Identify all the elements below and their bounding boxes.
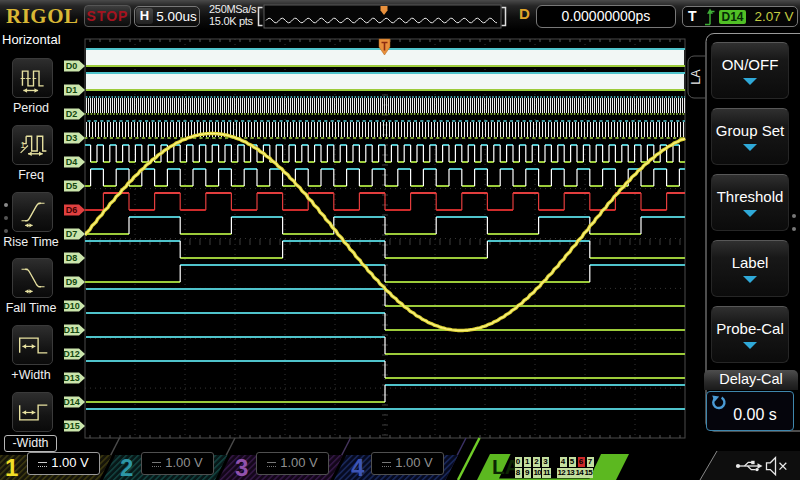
svg-text:D5: D5 — [66, 181, 78, 191]
svg-text:D14: D14 — [63, 397, 80, 407]
svg-text:D1: D1 — [66, 85, 78, 95]
svg-text:D8: D8 — [66, 253, 78, 263]
svg-text:D0: D0 — [66, 61, 78, 71]
svg-text:D12: D12 — [63, 349, 80, 359]
svg-text:D10: D10 — [63, 301, 80, 311]
svg-text:D9: D9 — [66, 277, 78, 287]
svg-text:D2: D2 — [66, 109, 78, 119]
svg-text:D6: D6 — [66, 205, 78, 215]
svg-text:D13: D13 — [63, 373, 80, 383]
svg-text:D15: D15 — [63, 421, 80, 431]
svg-text:D7: D7 — [66, 229, 78, 239]
svg-text:D3: D3 — [66, 133, 78, 143]
svg-text:D11: D11 — [63, 325, 79, 335]
svg-text:D4: D4 — [66, 157, 78, 167]
